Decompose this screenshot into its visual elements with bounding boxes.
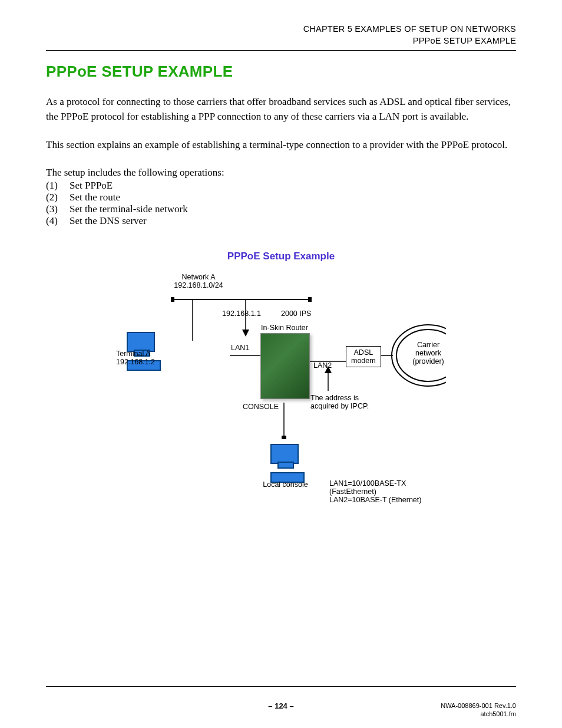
page-header: CHAPTER 5 EXAMPLES OF SETUP ON NETWORKS … (46, 24, 516, 47)
adsl-modem-box: ADSL modem (346, 346, 381, 367)
doc-id: NWA-008869-001 Rev.1.0 atch5001.fm (441, 701, 516, 719)
router-ip-label: 192.168.1.1 (222, 309, 261, 318)
figure-title: PPPoE Setup Example (46, 251, 516, 262)
svg-rect-1 (171, 297, 174, 302)
operations-list: (1)Set PPPoE (2)Set the route (3)Set the… (46, 180, 516, 227)
ipcp-note: The address is acquired by IPCP. (310, 394, 369, 410)
page-footer: – 124 – NWA-008869-001 Rev.1.0 atch5001.… (46, 701, 516, 710)
page-title: PPPoE SETUP EXAMPLE (46, 62, 516, 81)
carrier-cloud-label: Carrier network (provider) (405, 341, 452, 365)
section-label: PPPoE SETUP EXAMPLE (46, 35, 516, 47)
header-rule (46, 50, 516, 51)
intro-paragraph-1: As a protocol for connecting to those ca… (46, 95, 516, 124)
svg-marker-5 (242, 330, 249, 337)
console-label: CONSOLE (243, 403, 279, 411)
terminal-a-label: Terminal A 192.168.1.2 (116, 350, 169, 366)
in-skin-router-label: In-Skin Router (257, 324, 312, 332)
lan2-label: LAN2 (313, 361, 332, 370)
intro-paragraph-2: This section explains an example of esta… (46, 138, 516, 153)
local-console-label: Local console (257, 480, 313, 489)
ips-label: 2000 IPS (281, 309, 311, 318)
list-item: (4)Set the DNS server (46, 215, 516, 227)
svg-rect-11 (282, 436, 286, 439)
svg-rect-2 (308, 297, 312, 302)
list-item: (2)Set the route (46, 192, 516, 203)
chapter-label: CHAPTER 5 EXAMPLES OF SETUP ON NETWORKS (46, 24, 516, 35)
list-item: (3)Set the terminal-side network (46, 203, 516, 215)
operations-intro: The setup includes the following operati… (46, 167, 516, 179)
legend: LAN1=10/100BASE-TX (FastEthernet) LAN2=1… (329, 479, 446, 504)
network-diagram: Network A 192.168.1.0/24 (116, 273, 446, 532)
list-item: (1)Set PPPoE (46, 180, 516, 192)
lan1-label: LAN1 (231, 344, 249, 352)
router-card-icon (260, 333, 310, 399)
footer-rule (46, 686, 516, 687)
local-console-icon (270, 444, 305, 483)
